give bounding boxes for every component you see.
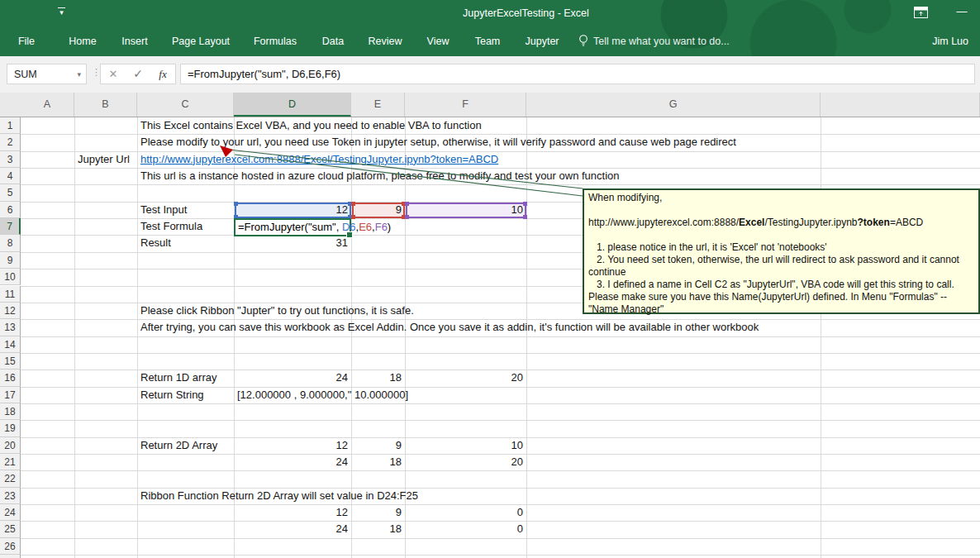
row-header-24[interactable]: 24 — [0, 504, 21, 521]
insert-function-icon[interactable]: fx — [152, 64, 174, 83]
cell-D7-edit[interactable]: =FromJupyter("sum", D6,E6,F6) — [234, 218, 351, 236]
row-header-10[interactable]: 10 — [0, 269, 21, 285]
ribbon-tab-home[interactable]: Home — [69, 27, 96, 56]
cell-C8[interactable]: Result — [137, 235, 234, 251]
ribbon-tab-data[interactable]: Data — [322, 27, 344, 56]
fill-handle[interactable] — [346, 231, 353, 238]
cancel-icon[interactable]: ✕ — [102, 64, 124, 83]
cell-E16[interactable]: 18 — [351, 370, 405, 386]
ribbon-display-options-icon[interactable] — [914, 7, 928, 21]
row-header-5[interactable]: 5 — [0, 184, 21, 201]
cell-F25[interactable]: 0 — [405, 521, 526, 537]
column-header-G[interactable]: G — [526, 93, 821, 117]
cell-C13[interactable]: After trying, you can save this workbook… — [137, 319, 234, 336]
cell-D6[interactable]: 12 — [234, 202, 351, 218]
row-header-13[interactable]: 13 — [0, 319, 21, 336]
cell-C23[interactable]: Ribbon Function Return 2D Array will set… — [137, 488, 234, 504]
ribbon-tab-review[interactable]: Review — [369, 27, 402, 56]
ribbon-tab-formulas[interactable]: Formulas — [254, 27, 297, 56]
row-header-23[interactable]: 23 — [0, 488, 21, 504]
cell-F16[interactable]: 20 — [405, 370, 526, 386]
qat-customize-icon[interactable]: ▾ — [58, 7, 65, 17]
cell-E24[interactable]: 9 — [351, 504, 405, 521]
cell-D8[interactable]: 31 — [234, 235, 351, 251]
cell-C7[interactable]: Test Formula — [137, 218, 234, 235]
row-header-2[interactable]: 2 — [0, 134, 21, 150]
cell-C6[interactable]: Test Input — [137, 202, 234, 218]
cell-E21[interactable]: 18 — [351, 454, 405, 470]
column-header-F[interactable]: F — [405, 93, 526, 117]
cell-C20[interactable]: Return 2D Array — [137, 437, 234, 454]
column-header-blank[interactable] — [821, 93, 980, 117]
cell-C16[interactable]: Return 1D array — [137, 370, 234, 386]
ribbon-tab-view[interactable]: View — [427, 27, 450, 56]
column-header-E[interactable]: E — [351, 93, 405, 117]
cell-D24[interactable]: 12 — [234, 504, 351, 521]
cell-C12[interactable]: Please click Ribbon "Jupter" to try out … — [137, 303, 234, 319]
cell-D16[interactable]: 24 — [234, 370, 351, 386]
account-name[interactable]: Jim Luo — [932, 27, 968, 56]
ribbon-tab-file[interactable]: File — [18, 27, 35, 56]
row-header-1[interactable]: 1 — [0, 117, 21, 134]
row-header-16[interactable]: 16 — [0, 370, 21, 386]
row-header-25[interactable]: 25 — [0, 521, 21, 537]
cell-F20[interactable]: 10 — [405, 437, 526, 454]
ribbon-tab-page-layout[interactable]: Page Layout — [172, 27, 230, 56]
ribbon-tab-insert[interactable]: Insert — [121, 27, 147, 56]
row-header-7[interactable]: 7 — [0, 218, 21, 235]
row-header-6[interactable]: 6 — [0, 202, 21, 218]
row-header-26[interactable]: 26 — [0, 538, 21, 555]
row-header-20[interactable]: 20 — [0, 437, 21, 454]
cell-C2[interactable]: Please modify to your url, you need use … — [137, 134, 234, 150]
formula-input[interactable]: =FromJupyter("sum", D6,E6,F6) — [180, 64, 975, 84]
row-header-11[interactable]: 11 — [0, 286, 21, 303]
cell-C17[interactable]: Return String — [137, 387, 234, 403]
name-box[interactable]: SUM ▾ — [7, 64, 87, 84]
formula-ref-e6: E6 — [359, 221, 372, 233]
row-header-4[interactable]: 4 — [0, 168, 21, 184]
cell-D20[interactable]: 12 — [234, 437, 351, 454]
cell-E20[interactable]: 9 — [351, 437, 405, 454]
cell-F24[interactable]: 0 — [405, 504, 526, 521]
title-bar: ▾ JupyterExcelTesting - Excel — — [0, 0, 980, 27]
column-header-D[interactable]: D — [234, 93, 351, 117]
cell-D25[interactable]: 24 — [234, 521, 351, 537]
row-header-21[interactable]: 21 — [0, 454, 21, 470]
cell-C4[interactable]: This url is a instance hosted in azure c… — [137, 168, 234, 184]
row-header-8[interactable]: 8 — [0, 235, 21, 251]
enter-icon[interactable]: ✓ — [127, 64, 149, 83]
cell-C3[interactable]: http://www.jupyterexcel.com:8888/Excel/T… — [137, 151, 234, 168]
cell-D21[interactable]: 24 — [234, 454, 351, 470]
cell-F21[interactable]: 20 — [405, 454, 526, 470]
cell-E6[interactable]: 9 — [351, 202, 405, 218]
comment-box[interactable]: When modifying, http://www.jupyterexcel.… — [583, 188, 980, 314]
ribbon-tab-team[interactable]: Team — [475, 27, 501, 56]
cell-C1[interactable]: This Excel contains Excel VBA, and you n… — [137, 117, 234, 134]
ribbon-tab-jupyter[interactable]: Jupyter — [526, 27, 559, 56]
row-header-12[interactable]: 12 — [0, 303, 21, 319]
row-header-18[interactable]: 18 — [0, 403, 21, 420]
row-header-14[interactable]: 14 — [0, 336, 21, 353]
row-header-17[interactable]: 17 — [0, 387, 21, 403]
row-header-3[interactable]: 3 — [0, 151, 21, 168]
name-box-dropdown-icon[interactable]: ▾ — [77, 64, 81, 85]
comment-item-2: 2. You need set token, otherwise, the ur… — [588, 254, 974, 279]
tell-me-box[interactable]: Tell me what you want to do... — [578, 27, 730, 56]
cell-F6[interactable]: 10 — [405, 202, 526, 218]
column-header-C[interactable]: C — [137, 93, 234, 117]
cell-E25[interactable]: 18 — [351, 521, 405, 537]
minimize-icon[interactable]: — — [949, 0, 975, 25]
cell-B3[interactable]: Jupyter Url — [74, 151, 137, 168]
row-header-19[interactable]: 19 — [0, 420, 21, 436]
tell-me-label: Tell me what you want to do... — [593, 36, 730, 47]
comment-url-line: http://www.jupyterexcel.com:8888/Excel/T… — [588, 217, 974, 229]
row-header-15[interactable]: 15 — [0, 353, 21, 370]
row-header-9[interactable]: 9 — [0, 252, 21, 269]
column-header-B[interactable]: B — [74, 93, 137, 117]
lightbulb-icon — [578, 34, 588, 47]
formula-part: =FromJupyter("sum", — [238, 221, 342, 233]
row-header-27[interactable]: 27 — [0, 555, 21, 558]
column-header-A[interactable]: A — [21, 93, 74, 117]
row-header-22[interactable]: 22 — [0, 470, 21, 487]
cell-D17[interactable]: [12.000000 , 9.000000," 10.000000] — [234, 387, 351, 403]
